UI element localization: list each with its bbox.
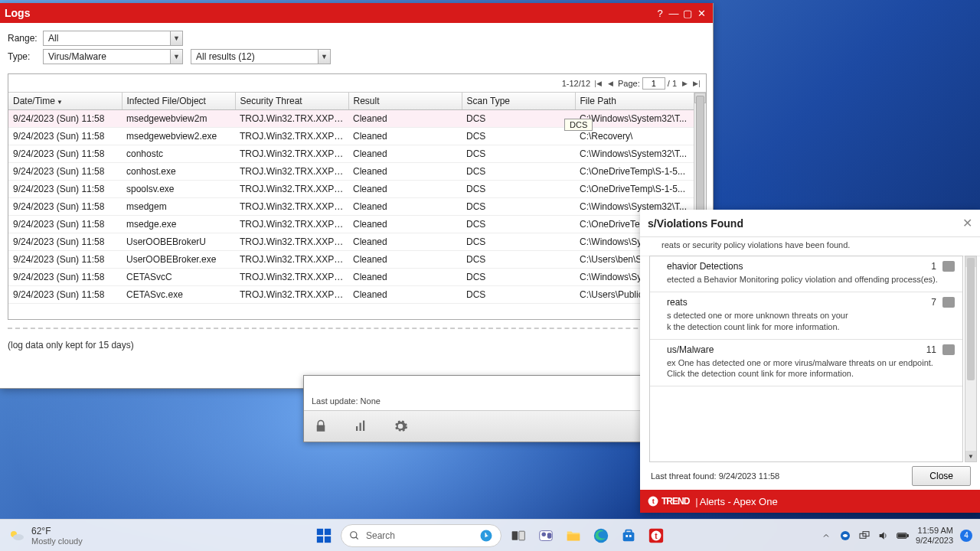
- svg-rect-23: [626, 530, 631, 533]
- results-combo[interactable]: All results (12) ▼: [191, 49, 331, 64]
- apex-one-icon[interactable]: t: [645, 525, 667, 546]
- range-combo[interactable]: All ▼: [43, 31, 183, 46]
- svg-rect-16: [519, 531, 525, 540]
- svg-rect-9: [325, 528, 331, 534]
- weather-widget[interactable]: 62°F Mostly cloudy: [8, 526, 83, 546]
- task-view-icon[interactable]: [508, 525, 529, 546]
- last-page-icon[interactable]: ▶|: [692, 79, 701, 88]
- cell: 9/24/2023 (Sun) 11:58: [8, 181, 122, 198]
- svg-rect-0: [356, 426, 358, 431]
- comment-icon[interactable]: [942, 344, 955, 355]
- gear-icon[interactable]: [393, 419, 408, 434]
- file-explorer-icon[interactable]: [563, 525, 584, 546]
- cell: C:\OneDriveTemp\S-1-5...: [575, 163, 706, 181]
- svg-rect-25: [629, 535, 632, 537]
- close-icon[interactable]: ✕: [694, 8, 708, 19]
- alerts-list: ehavior Detections1etected a Behavior Mo…: [649, 256, 963, 462]
- cell: TROJ.Win32.TRX.XXPE...: [235, 198, 348, 216]
- svg-point-12: [351, 531, 357, 537]
- svg-rect-15: [512, 531, 518, 540]
- alert-item[interactable]: us/Malware11ex One has detected one or m…: [650, 340, 962, 387]
- table-row[interactable]: 9/24/2023 (Sun) 11:58UserOOBEBroker.exeT…: [8, 251, 706, 269]
- logs-table: Date/Time▼ Infected File/Object Security…: [8, 93, 706, 304]
- cell: DCS: [462, 181, 575, 198]
- col-threat[interactable]: Security Threat: [235, 93, 348, 110]
- comment-icon[interactable]: [942, 261, 955, 272]
- cell: 9/24/2023 (Sun) 11:58: [8, 216, 122, 233]
- table-row[interactable]: 9/24/2023 (Sun) 11:58msedgewebview2.exeT…: [8, 128, 706, 145]
- alert-count[interactable]: 7: [916, 297, 936, 308]
- store-icon[interactable]: [618, 525, 639, 546]
- col-filepath[interactable]: File Path: [575, 93, 706, 110]
- scan-type-tooltip: DCS: [564, 119, 593, 131]
- alerts-subtitle: reats or security policy violations have…: [640, 237, 980, 256]
- scroll-thumb[interactable]: [967, 258, 975, 380]
- cell: TROJ.Win32.TRX.XXPE...: [235, 251, 348, 269]
- edge-icon[interactable]: [590, 525, 612, 546]
- table-row[interactable]: 9/24/2023 (Sun) 11:58CETASvcCTROJ.Win32.…: [8, 269, 706, 286]
- alert-count[interactable]: 1: [916, 261, 936, 272]
- table-row[interactable]: 9/24/2023 (Sun) 11:58UserOOBEBrokerUTROJ…: [8, 233, 706, 251]
- first-page-icon[interactable]: |◀: [593, 79, 603, 88]
- table-row[interactable]: 9/24/2023 (Sun) 11:58CETASvc.exeTROJ.Win…: [8, 286, 706, 304]
- cell: Cleaned: [348, 251, 462, 269]
- retention-note: (log data only kept for 15 days): [8, 340, 648, 350]
- help-icon[interactable]: ?: [653, 8, 667, 19]
- alerts-brand-title: Alerts - Apex One: [700, 496, 778, 507]
- table-row[interactable]: 9/24/2023 (Sun) 11:58msedgewebview2mTROJ…: [8, 110, 706, 128]
- tray-app-icon[interactable]: [839, 530, 851, 542]
- minimize-icon[interactable]: —: [667, 8, 681, 19]
- comment-icon[interactable]: [942, 297, 955, 308]
- table-row[interactable]: 9/24/2023 (Sun) 11:58spoolsv.exeTROJ.Win…: [8, 181, 706, 198]
- cell: 9/24/2023 (Sun) 11:58: [8, 145, 122, 163]
- cell: DCS: [462, 128, 575, 145]
- cell: 9/24/2023 (Sun) 11:58: [8, 251, 122, 269]
- close-button[interactable]: Close: [912, 466, 971, 486]
- col-scantype[interactable]: Scan Type: [462, 93, 575, 110]
- table-row[interactable]: 9/24/2023 (Sun) 11:58msedge.exeTROJ.Win3…: [8, 216, 706, 233]
- alert-count[interactable]: 11: [916, 344, 936, 355]
- notification-badge[interactable]: 4: [960, 530, 972, 542]
- col-object[interactable]: Infected File/Object: [122, 93, 235, 110]
- chart-icon[interactable]: [353, 419, 368, 434]
- start-icon[interactable]: [313, 525, 335, 546]
- chevron-down-icon[interactable]: ▼: [170, 50, 182, 64]
- alerts-scrollbar[interactable]: ▲ ▼: [965, 256, 977, 462]
- scroll-down-icon[interactable]: ▼: [965, 451, 976, 461]
- cell: DCS: [462, 251, 575, 269]
- close-icon[interactable]: ✕: [962, 216, 972, 230]
- logs-titlebar[interactable]: Logs ? — ▢ ✕: [0, 3, 713, 23]
- table-row[interactable]: 9/24/2023 (Sun) 11:58msedgemTROJ.Win32.T…: [8, 198, 706, 216]
- battery-icon[interactable]: [897, 530, 909, 542]
- cell: C:\OneDriveTemp\S-1-5...: [575, 181, 706, 198]
- network-icon[interactable]: [858, 530, 871, 542]
- cell: UserOOBEBroker.exe: [122, 251, 235, 269]
- col-result[interactable]: Result: [348, 93, 462, 110]
- lock-icon[interactable]: [313, 419, 328, 434]
- tray-expand-icon[interactable]: [820, 530, 832, 542]
- table-row[interactable]: 9/24/2023 (Sun) 11:58conhostcTROJ.Win32.…: [8, 145, 706, 163]
- page-input[interactable]: [642, 77, 665, 90]
- col-datetime[interactable]: Date/Time▼: [8, 93, 122, 110]
- clock[interactable]: 11:59 AM 9/24/2023: [916, 526, 953, 545]
- type-label: Type:: [8, 51, 43, 62]
- cell: DCS: [462, 110, 575, 128]
- chevron-down-icon[interactable]: ▼: [170, 31, 182, 45]
- weather-temp: 62°F: [31, 526, 83, 536]
- cell: Cleaned: [348, 128, 462, 145]
- chevron-down-icon[interactable]: ▼: [318, 50, 330, 64]
- bing-icon: [479, 529, 493, 543]
- alert-item[interactable]: reats7s detected one or more unknown thr…: [650, 292, 962, 340]
- cell: Cleaned: [348, 233, 462, 251]
- search-input[interactable]: Search: [341, 524, 501, 547]
- volume-icon[interactable]: [877, 530, 890, 542]
- table-row[interactable]: 9/24/2023 (Sun) 11:58conhost.exeTROJ.Win…: [8, 163, 706, 181]
- type-combo[interactable]: Virus/Malware ▼: [43, 49, 183, 64]
- cell: TROJ.Win32.TRX.XXPE...: [235, 128, 348, 145]
- alert-item[interactable]: ehavior Detections1etected a Behavior Mo…: [650, 256, 962, 292]
- alert-name: ehavior Detections: [667, 261, 916, 272]
- prev-page-icon[interactable]: ◀: [606, 79, 615, 88]
- teams-icon[interactable]: [535, 525, 557, 546]
- next-page-icon[interactable]: ▶: [680, 79, 689, 88]
- maximize-icon[interactable]: ▢: [681, 8, 694, 19]
